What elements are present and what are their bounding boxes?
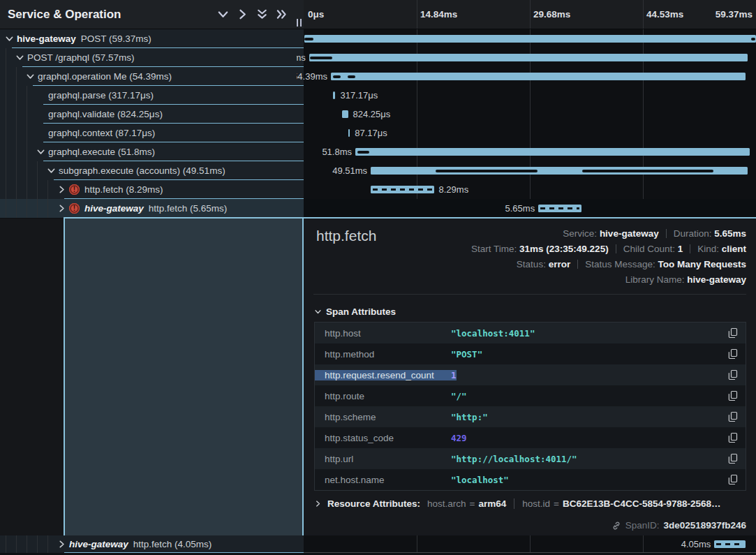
span-bar[interactable] <box>348 129 350 137</box>
span-bar[interactable] <box>538 205 581 212</box>
span-tree-row[interactable]: graphql.validate (824.25μs) <box>0 105 304 124</box>
meta-label: Child Count: <box>623 244 678 254</box>
indent-guide <box>47 535 48 553</box>
span-bar[interactable] <box>714 540 745 548</box>
span-tree-row[interactable]: POST /graphql (57.57ms) <box>0 48 304 67</box>
span-tree-row[interactable]: !hive-gatewayhttp.fetch (5.65ms) <box>0 199 304 218</box>
span-tree-row[interactable]: graphql.parse (317.17μs) <box>0 86 304 105</box>
span-id-row: SpanID: 3de02518937fb246 <box>612 520 746 531</box>
meta-label: Duration: <box>674 228 715 239</box>
resource-attributes-title[interactable]: Resource Attributes: <box>327 498 420 509</box>
collapse-children-icon[interactable] <box>218 9 228 20</box>
copy-icon[interactable] <box>727 453 739 465</box>
span-tree-row[interactable]: hive-gatewayhttp.fetch (4.05ms) <box>0 535 304 553</box>
span-name-label: subgraph.execute (accounts) (49.51ms) <box>59 165 225 176</box>
chevron-right-icon[interactable] <box>58 205 66 212</box>
span-gap-marker <box>436 170 538 172</box>
span-tree-row[interactable]: graphql.operation Me (54.39ms) <box>0 67 304 86</box>
chevron-down-icon[interactable] <box>27 73 34 80</box>
chevron-down-icon[interactable] <box>16 54 24 61</box>
span-detail-panel: http.fetch Service: hive-gatewayDuration… <box>304 219 756 535</box>
chevron-down-icon[interactable] <box>6 35 13 43</box>
copy-icon[interactable] <box>727 411 739 423</box>
timeline-row[interactable]: 5.65ms <box>297 199 756 218</box>
timeline-header: 0μs14.84ms29.68ms44.53ms59.37ms <box>304 0 756 29</box>
meta-value: client <box>722 244 746 254</box>
collapse-all-icon[interactable] <box>257 9 267 20</box>
equals-sign: = <box>470 498 475 509</box>
span-bar[interactable] <box>309 54 748 61</box>
chevron-right-icon[interactable] <box>58 540 66 548</box>
span-row-content: graphql.execute (51.8ms) <box>48 142 155 161</box>
trace-viewer: Service & Operation 0μs14.84ms29.68ms44.… <box>0 0 756 555</box>
copy-icon[interactable] <box>727 474 739 486</box>
timeline-row[interactable]: 54.39ms <box>297 67 756 86</box>
indent-guide <box>27 161 27 180</box>
indent-guide <box>6 180 6 199</box>
span-gap-marker <box>751 38 755 40</box>
copy-icon[interactable] <box>727 432 739 444</box>
timeline-bottom: 4.05ms <box>297 535 756 553</box>
span-name-label: http.fetch (4.05ms) <box>133 539 212 549</box>
attribute-key: http.route <box>315 391 451 401</box>
span-tree-row[interactable]: graphql.context (87.17μs) <box>0 124 304 142</box>
timeline-row[interactable]: 57.57ms <box>297 48 756 67</box>
copy-icon[interactable] <box>727 390 739 402</box>
span-duration-label: 49.51ms <box>332 165 367 176</box>
indent-guide <box>6 48 6 67</box>
meta-value: 5.65ms <box>714 228 746 239</box>
span-tree-row[interactable]: graphql.execute (51.8ms) <box>0 142 304 161</box>
indent-guide <box>27 199 27 218</box>
copy-icon[interactable] <box>727 348 739 360</box>
meta-divider <box>616 244 616 253</box>
indent-guide <box>27 142 27 161</box>
expand-children-icon[interactable] <box>237 9 248 20</box>
gridline <box>530 0 531 29</box>
span-detail-meta: Service: hive-gatewayDuration: 5.65msSta… <box>471 226 746 288</box>
attribute-key: http.host <box>315 328 451 339</box>
resource-key: host.id <box>522 498 550 509</box>
chevron-right-icon[interactable] <box>58 186 66 193</box>
span-tree-row[interactable]: !http.fetch (8.29ms) <box>0 180 304 199</box>
span-attributes-header[interactable]: Span Attributes <box>315 306 396 317</box>
timeline-row[interactable]: 824.25μs <box>297 105 756 124</box>
meta-value: error <box>549 259 571 269</box>
timeline-row[interactable] <box>297 29 756 48</box>
span-tree-row[interactable]: subgraph.execute (accounts) (49.51ms) <box>0 161 304 180</box>
copy-icon[interactable] <box>727 369 739 381</box>
indent-guide <box>37 180 38 199</box>
indent-guide <box>16 124 17 142</box>
indent-guide <box>6 124 6 142</box>
span-bar[interactable] <box>342 110 348 118</box>
span-row-content: hive-gatewayPOST (59.37ms) <box>17 29 151 47</box>
attribute-key: http.url <box>315 454 451 464</box>
span-bar[interactable] <box>355 148 750 156</box>
time-tick-label: 59.37ms <box>716 9 753 20</box>
copy-icon[interactable] <box>727 327 739 339</box>
span-bar[interactable] <box>333 91 335 99</box>
expand-all-icon[interactable] <box>276 9 287 20</box>
timeline-row[interactable]: 317.17μs <box>297 86 756 105</box>
span-name-label: http.fetch (5.65ms) <box>149 203 228 214</box>
panel-resize-handle[interactable] <box>297 19 302 27</box>
indent-guide <box>6 105 6 124</box>
timeline-row[interactable]: 4.05ms <box>297 535 756 553</box>
span-bar[interactable] <box>371 186 433 193</box>
timeline-row[interactable]: 87.17μs <box>297 124 756 142</box>
timeline-row[interactable]: 49.51ms <box>297 161 756 180</box>
meta-value: hive-gateway <box>687 274 746 285</box>
timeline-row[interactable]: 51.8ms <box>297 142 756 161</box>
span-name-label: graphql.parse (317.17μs) <box>48 90 154 101</box>
span-bar[interactable] <box>304 35 756 43</box>
chevron-down-icon[interactable] <box>37 148 45 156</box>
indent-guide <box>37 535 38 553</box>
timeline-row[interactable]: 8.29ms <box>297 180 756 199</box>
span-bar[interactable] <box>331 73 746 80</box>
attribute-value: "localhost" <box>451 475 509 485</box>
span-attributes-title: Span Attributes <box>326 306 396 317</box>
indent-guide <box>27 180 27 199</box>
span-tree-row[interactable]: hive-gatewayPOST (59.37ms) <box>0 29 304 48</box>
indent-guide <box>16 180 17 199</box>
indent-guide <box>16 105 17 124</box>
chevron-down-icon[interactable] <box>47 167 55 175</box>
